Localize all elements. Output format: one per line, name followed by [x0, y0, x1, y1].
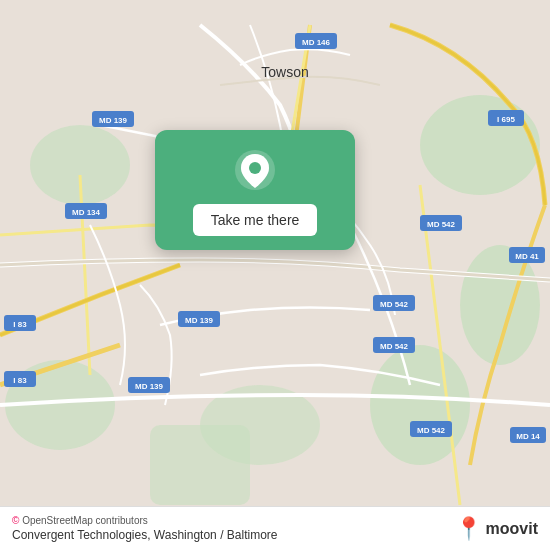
svg-text:MD 542: MD 542	[380, 300, 409, 309]
svg-text:MD 542: MD 542	[427, 220, 456, 229]
moovit-pin-icon: 📍	[455, 516, 482, 542]
bottom-left: © OpenStreetMap contributors Convergent …	[12, 515, 277, 542]
location-name: Convergent Technologies, Washington / Ba…	[12, 528, 277, 542]
svg-text:MD 41: MD 41	[515, 252, 539, 261]
take-me-there-button[interactable]: Take me there	[193, 204, 318, 236]
moovit-logo: 📍 moovit	[455, 516, 538, 542]
location-card[interactable]: Take me there	[155, 130, 355, 250]
svg-text:MD 139: MD 139	[185, 316, 214, 325]
svg-point-5	[370, 345, 470, 465]
moovit-text: moovit	[486, 520, 538, 538]
svg-text:MD 139: MD 139	[135, 382, 164, 391]
location-pin-icon	[233, 148, 277, 192]
svg-text:MD 134: MD 134	[72, 208, 101, 217]
svg-text:I 83: I 83	[13, 376, 27, 385]
svg-point-39	[249, 162, 261, 174]
svg-text:MD 542: MD 542	[417, 426, 446, 435]
map-background: MD 146 I 695 MD 139 MD 134 MD 542 MD 41 …	[0, 0, 550, 550]
svg-point-1	[420, 95, 540, 195]
map-container: MD 146 I 695 MD 139 MD 134 MD 542 MD 41 …	[0, 0, 550, 550]
svg-text:I 83: I 83	[13, 320, 27, 329]
svg-text:MD 542: MD 542	[380, 342, 409, 351]
bottom-bar: © OpenStreetMap contributors Convergent …	[0, 506, 550, 550]
osm-copyright: ©	[12, 515, 22, 526]
svg-rect-7	[150, 425, 250, 505]
osm-link-text: OpenStreetMap contributors	[22, 515, 148, 526]
svg-text:I 695: I 695	[497, 115, 515, 124]
svg-text:MD 146: MD 146	[302, 38, 331, 47]
osm-credit: © OpenStreetMap contributors	[12, 515, 277, 526]
svg-text:MD 139: MD 139	[99, 116, 128, 125]
svg-text:MD 14: MD 14	[516, 432, 540, 441]
svg-text:Towson: Towson	[261, 64, 308, 80]
